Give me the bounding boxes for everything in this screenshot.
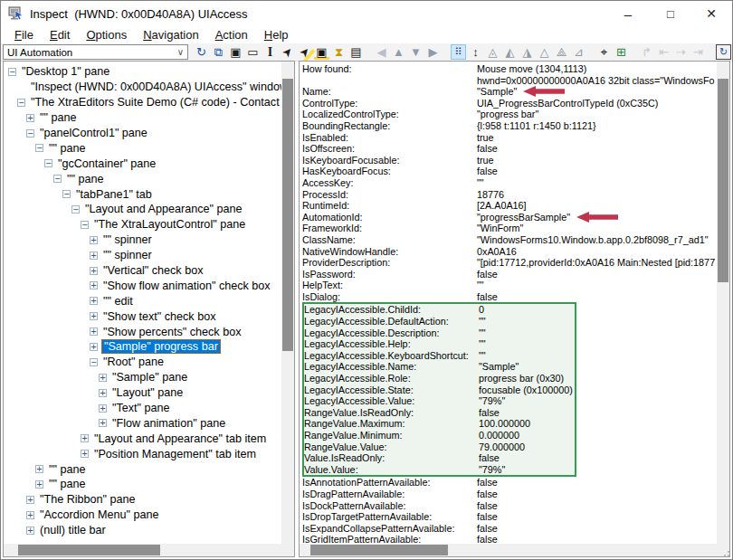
property-row[interactable]: IsOffscreen:false xyxy=(302,143,717,155)
tree-next-sibling-icon[interactable]: △ xyxy=(537,44,552,60)
property-row[interactable]: IsKeyboardFocusable:true xyxy=(302,155,717,166)
tree-vertical-scrollbar[interactable] xyxy=(281,62,294,544)
property-row[interactable]: NativeWindowHandle:0xA0A16 xyxy=(302,246,717,258)
tree-item[interactable]: −"" pane xyxy=(4,171,281,186)
properties-hscroll-thumb[interactable] xyxy=(310,545,448,555)
caret-mode-icon[interactable]: I xyxy=(262,44,278,60)
api-mode-select[interactable]: UI Automation ∨ xyxy=(3,44,188,60)
property-row[interactable]: BoundingRectangle:{l:958 t:1101 r:1450 b… xyxy=(302,120,717,132)
properties-window-icon[interactable]: ▣ xyxy=(228,44,243,60)
collapse-icon[interactable]: − xyxy=(71,205,80,214)
property-row[interactable]: IsGridItemPatternAvailable:false xyxy=(302,534,717,544)
tree-parent-icon[interactable]: ◭ xyxy=(502,44,518,60)
property-row[interactable]: ProcessId:18776 xyxy=(302,189,717,201)
property-row[interactable]: AutomationId:"progressBarSample" xyxy=(302,212,717,223)
refresh-tree-icon[interactable]: ↻ xyxy=(716,44,731,60)
tree-item[interactable]: +"Position Management" tab item xyxy=(4,446,281,461)
expand-icon[interactable]: + xyxy=(90,267,98,275)
tree-item[interactable]: +"Show percents" check box xyxy=(4,324,281,339)
spi-grid-icon[interactable]: ▤ xyxy=(348,44,364,60)
property-row[interactable]: RangeValue.IsReadOnly:false xyxy=(304,407,575,419)
tree-item[interactable]: −"panelControl1" pane xyxy=(4,126,281,141)
hourglass-icon[interactable]: ⧗ xyxy=(331,44,347,60)
property-row[interactable]: Value.IsReadOnly:false xyxy=(304,452,575,464)
property-row[interactable]: HelpText:"" xyxy=(302,280,717,291)
tree-item[interactable]: −"gcContainer" pane xyxy=(4,156,281,171)
focus-window-icon[interactable]: ▣ xyxy=(314,44,329,60)
expand-icon[interactable]: + xyxy=(26,511,34,519)
hover-mode-icon[interactable]: ➤ xyxy=(294,42,316,63)
property-row[interactable]: AccessKey:"" xyxy=(302,177,717,189)
tree-item[interactable]: +"The Ribbon" pane xyxy=(4,492,281,508)
collapse-icon[interactable]: − xyxy=(26,129,34,138)
action-focus-icon[interactable]: ⇤ xyxy=(656,44,671,60)
collapse-icon[interactable]: − xyxy=(35,144,43,152)
nav-down-icon[interactable]: ▼ xyxy=(408,44,424,60)
refresh-icon[interactable]: ↻ xyxy=(194,44,209,60)
property-row[interactable]: LegacyIAccessible.DefaultAction:"" xyxy=(304,316,575,327)
tree-item-selected[interactable]: +"Sample" progress bar xyxy=(4,339,281,355)
expand-icon[interactable]: + xyxy=(90,281,98,289)
tree-item[interactable]: +"Sample" pane xyxy=(4,370,281,385)
tree-view-mode-icon[interactable]: ⠿ xyxy=(451,44,466,60)
tree-item[interactable]: +"Layout and Appearance" tab item xyxy=(4,431,281,446)
expand-icon[interactable]: + xyxy=(81,434,89,442)
tree-item[interactable]: "Inspect (HWND: 0x00D40A8A) UIAccess" wi… xyxy=(4,80,281,95)
tree-item[interactable]: +"Show text" check box xyxy=(4,308,281,324)
property-row[interactable]: IsDragPatternAvailable:false xyxy=(302,489,717,500)
property-row[interactable]: IsDockPatternAvailable:false xyxy=(302,500,717,512)
tree-item[interactable]: −"" pane xyxy=(4,140,281,156)
menu-help[interactable]: Help xyxy=(256,27,297,43)
expand-icon[interactable]: + xyxy=(26,527,34,535)
menu-navigation[interactable]: Navigation xyxy=(135,27,206,43)
property-row[interactable]: IsPassword:false xyxy=(302,269,717,280)
tree-item[interactable]: +"" pane xyxy=(4,110,281,126)
expand-icon[interactable]: + xyxy=(99,374,107,382)
expand-icon[interactable]: + xyxy=(35,465,43,473)
property-row[interactable]: RuntimeId:[2A.A0A16] xyxy=(302,200,717,212)
action-caret-icon[interactable]: ⇢ xyxy=(673,44,689,60)
property-row[interactable]: RangeValue.Value:79.000000 xyxy=(304,441,575,453)
tree-item[interactable]: +"" pane xyxy=(4,477,281,492)
collapse-icon[interactable]: − xyxy=(90,358,98,366)
tree-last-child-icon[interactable]: ⊿ xyxy=(571,44,586,60)
tree-item[interactable]: +"Accordion Menu" pane xyxy=(4,508,281,523)
expand-icon[interactable]: + xyxy=(99,419,107,427)
collapse-icon[interactable]: − xyxy=(62,190,71,198)
tree-item[interactable]: −"Desktop 1" pane xyxy=(4,64,281,80)
tree-item[interactable]: +"Show flow animation" check box xyxy=(4,278,281,293)
pointer-action-icon[interactable]: ⌖ xyxy=(596,44,612,60)
tree-item[interactable]: −"The XtraLayoutControl" pane xyxy=(4,217,281,233)
tree-item[interactable]: +"" spinner xyxy=(4,233,281,248)
expand-icon[interactable]: + xyxy=(90,236,98,244)
expand-icon[interactable]: + xyxy=(99,404,107,413)
property-row[interactable]: HasKeyboardFocus:false xyxy=(302,166,717,177)
property-row[interactable]: hwnd=0x00000000000A0A16 32bit class="Win… xyxy=(302,75,717,87)
property-row[interactable]: IsDialog:false xyxy=(302,291,717,303)
collapse-icon[interactable]: − xyxy=(44,159,52,167)
property-row[interactable]: IsEnabled:true xyxy=(302,132,717,144)
expand-icon[interactable]: + xyxy=(90,327,98,336)
tree-item[interactable]: +(null) title bar xyxy=(4,523,281,538)
property-row[interactable]: LegacyIAccessible.Value:"79%" xyxy=(304,395,575,407)
resize-grip-icon[interactable] xyxy=(720,547,729,556)
expand-icon[interactable]: + xyxy=(90,297,98,305)
maximize-button[interactable]: □ xyxy=(652,1,690,26)
property-row[interactable]: LegacyIAccessible.ChildId:0 xyxy=(304,304,575,316)
expand-icon[interactable]: + xyxy=(90,312,98,320)
collapse-icon[interactable]: − xyxy=(81,221,89,229)
property-row[interactable]: LegacyIAccessible.State:focusable (0x100… xyxy=(304,384,575,396)
close-button[interactable]: ✕ xyxy=(692,1,730,26)
properties-vscroll-thumb[interactable] xyxy=(718,79,728,282)
tree-item[interactable]: +"Vertical" check box xyxy=(4,263,281,279)
property-row[interactable]: Name:"Sample" xyxy=(302,86,717,98)
highlight-rect-icon[interactable]: ▭ xyxy=(245,44,261,60)
tree-item[interactable]: +"" spinner xyxy=(4,248,281,263)
property-row[interactable]: IsExpandCollapsePatternAvailable:false xyxy=(302,523,717,535)
properties-vertical-scrollbar[interactable] xyxy=(717,62,729,544)
tree-horizontal-scrollbar[interactable] xyxy=(4,544,281,556)
collapse-icon[interactable]: − xyxy=(8,68,16,76)
expand-icon[interactable]: + xyxy=(26,496,34,504)
minimize-button[interactable]: – xyxy=(609,1,647,26)
property-row[interactable]: FrameworkId:"WinForm" xyxy=(302,223,717,234)
